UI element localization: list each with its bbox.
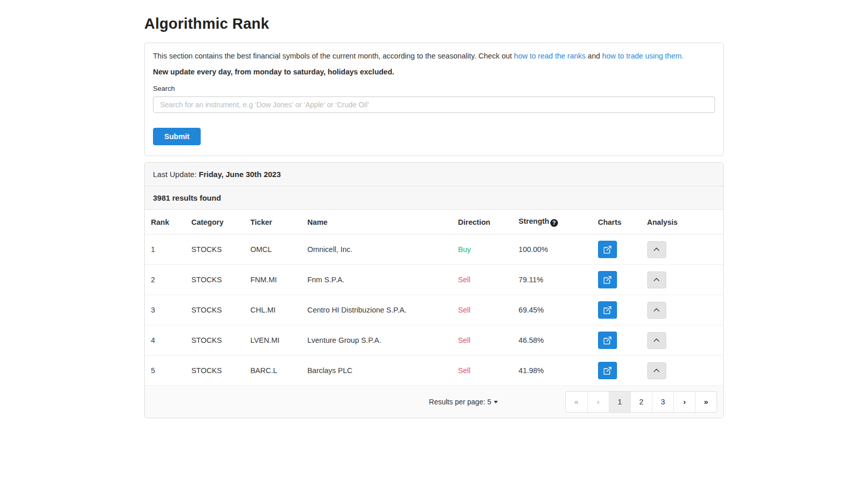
results-count-bar: 3981 results found — [145, 186, 723, 210]
strength-cell: 41.98% — [512, 356, 591, 386]
name-cell: Centro HI Distribuzione S.P.A. — [301, 295, 452, 325]
results-per-page-label: Results per page: — [429, 398, 488, 406]
col-header-charts: Charts — [592, 210, 641, 235]
direction-value: Buy — [458, 245, 471, 254]
rank-cell: 3 — [145, 295, 185, 325]
open-chart-button[interactable] — [598, 271, 617, 288]
col-header-strength: Strength? — [512, 210, 591, 235]
table-row: 5 STOCKS BARC.L Barclays PLC Sell 41.98% — [145, 356, 723, 386]
col-header-ticker: Ticker — [244, 210, 301, 235]
name-cell: Fnm S.P.A. — [301, 265, 452, 295]
page-container: Algorithmic Rank This section contains t… — [144, 0, 724, 418]
strength-help-icon[interactable]: ? — [550, 219, 558, 227]
toggle-analysis-button[interactable] — [647, 241, 666, 258]
toggle-analysis-button[interactable] — [647, 332, 666, 349]
strength-header-label: Strength — [518, 217, 549, 225]
pagination-page-1[interactable]: 1 — [609, 392, 630, 412]
results-per-page-dropdown[interactable]: Results per page: 5 — [429, 398, 498, 406]
rank-cell: 5 — [145, 356, 185, 386]
caret-down-icon — [494, 401, 498, 403]
col-header-direction: Direction — [452, 210, 512, 235]
direction-value: Sell — [458, 336, 470, 344]
intro-text-before: This section contains the best financial… — [153, 52, 514, 60]
category-cell: STOCKS — [185, 295, 244, 325]
link-how-to-read-ranks[interactable]: how to read the ranks — [514, 52, 585, 60]
last-update-bar: Last Update: Friday, June 30th 2023 — [145, 163, 723, 186]
pagination: « ‹ 1 2 3 › » — [565, 391, 717, 413]
rank-cell: 2 — [145, 265, 185, 295]
external-link-icon — [604, 246, 611, 254]
chevron-up-icon — [653, 367, 660, 374]
open-chart-button[interactable] — [598, 362, 617, 379]
link-how-to-trade[interactable]: how to trade using them. — [602, 52, 684, 60]
name-cell: Lventure Group S.P.A. — [301, 325, 452, 356]
external-link-icon — [604, 337, 611, 344]
intro-card: This section contains the best financial… — [144, 43, 724, 156]
pagination-last[interactable]: » — [695, 392, 717, 412]
page-title: Algorithmic Rank — [144, 15, 724, 32]
update-schedule-note: New update every day, from monday to sat… — [153, 68, 715, 76]
search-label: Search — [153, 85, 715, 92]
chevron-up-icon — [653, 306, 660, 314]
open-chart-button[interactable] — [598, 241, 617, 258]
toggle-analysis-button[interactable] — [647, 302, 666, 319]
strength-cell: 100.00% — [512, 235, 591, 265]
toggle-analysis-button[interactable] — [647, 362, 666, 379]
open-chart-button[interactable] — [598, 332, 617, 349]
chevron-up-icon — [653, 337, 660, 344]
external-link-icon — [604, 276, 611, 284]
pagination-page-3[interactable]: 3 — [652, 392, 673, 412]
pagination-prev[interactable]: ‹ — [587, 392, 609, 412]
ticker-cell: FNM.MI — [244, 265, 301, 295]
last-update-value: Friday, June 30th 2023 — [199, 170, 281, 179]
strength-cell: 69.45% — [512, 295, 591, 325]
col-header-category: Category — [185, 210, 244, 235]
category-cell: STOCKS — [185, 356, 244, 386]
ticker-cell: OMCL — [244, 235, 301, 265]
direction-value: Sell — [458, 276, 470, 284]
table-header-row: Rank Category Ticker Name Direction Stre… — [145, 210, 723, 235]
toggle-analysis-button[interactable] — [647, 271, 666, 288]
table-footer: Results per page: 5 « ‹ 1 2 3 › » — [145, 386, 723, 418]
col-header-analysis: Analysis — [641, 210, 723, 235]
results-card: Last Update: Friday, June 30th 2023 3981… — [144, 162, 724, 418]
open-chart-button[interactable] — [598, 301, 617, 319]
rank-cell: 1 — [145, 235, 185, 265]
submit-button[interactable]: Submit — [153, 128, 201, 145]
external-link-icon — [604, 306, 611, 314]
table-row: 3 STOCKS CHL.MI Centro HI Distribuzione … — [145, 295, 723, 325]
direction-value: Sell — [458, 366, 470, 375]
category-cell: STOCKS — [185, 325, 244, 356]
col-header-rank: Rank — [145, 210, 185, 235]
name-cell: Barclays PLC — [301, 356, 452, 386]
col-header-name: Name — [301, 210, 452, 235]
category-cell: STOCKS — [185, 235, 244, 265]
table-row: 2 STOCKS FNM.MI Fnm S.P.A. Sell 79.11% — [145, 265, 723, 295]
table-row: 1 STOCKS OMCL Omnicell, Inc. Buy 100.00% — [145, 235, 723, 265]
category-cell: STOCKS — [185, 265, 244, 295]
chevron-up-icon — [653, 276, 660, 283]
intro-text-mid: and — [586, 52, 602, 60]
ticker-cell: LVEN.MI — [244, 325, 301, 356]
table-row: 4 STOCKS LVEN.MI Lventure Group S.P.A. S… — [145, 325, 723, 356]
intro-paragraph: This section contains the best financial… — [153, 52, 715, 60]
ticker-cell: CHL.MI — [244, 295, 301, 325]
results-per-page-value: 5 — [487, 398, 491, 406]
search-input[interactable] — [153, 96, 715, 113]
last-update-label: Last Update: — [153, 170, 199, 179]
strength-cell: 79.11% — [512, 265, 591, 295]
strength-cell: 46.58% — [512, 325, 591, 356]
pagination-page-2[interactable]: 2 — [630, 392, 652, 412]
pagination-next[interactable]: › — [673, 392, 695, 412]
name-cell: Omnicell, Inc. — [301, 235, 452, 265]
rank-cell: 4 — [145, 325, 185, 356]
ticker-cell: BARC.L — [244, 356, 301, 386]
results-count: 3981 results found — [153, 193, 221, 202]
direction-value: Sell — [458, 306, 470, 314]
rank-table: Rank Category Ticker Name Direction Stre… — [145, 210, 723, 386]
pagination-first[interactable]: « — [566, 392, 587, 412]
external-link-icon — [604, 367, 611, 375]
chevron-up-icon — [653, 246, 660, 253]
